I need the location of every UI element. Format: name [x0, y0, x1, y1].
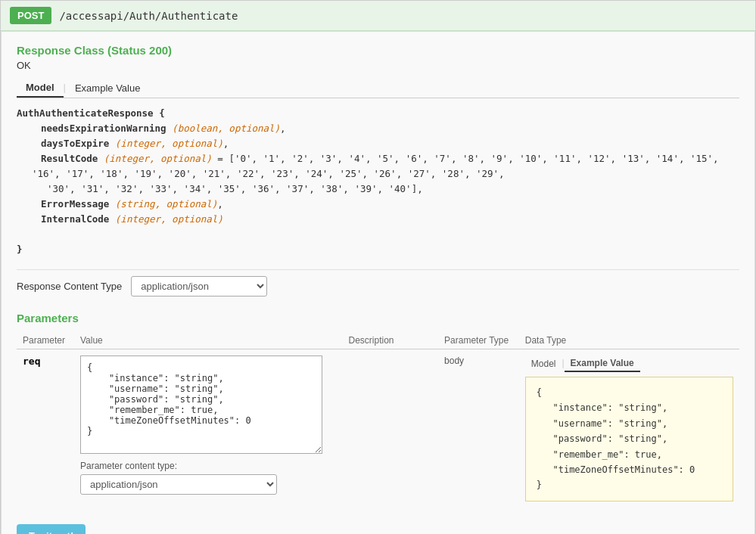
- schema-block: AuthAuthenticateResponse { needsExpirati…: [17, 106, 739, 257]
- response-content-label: Response Content Type: [17, 281, 122, 292]
- col-data-type: Data Type: [519, 332, 739, 349]
- method-badge: POST: [10, 7, 51, 24]
- parameters-section: Parameters Parameter Value Description P…: [17, 312, 739, 534]
- tab-example-value[interactable]: Example Value: [66, 79, 149, 98]
- parameters-table: Parameter Value Description Parameter Ty…: [17, 332, 739, 508]
- main-container: POST /accessapi/Auth/Authenticate Respon…: [0, 0, 756, 534]
- response-class-section: Response Class (Status 200) OK Model | E…: [17, 44, 739, 257]
- response-content-type-select[interactable]: application/json: [131, 276, 267, 296]
- col-parameter: Parameter: [17, 332, 74, 349]
- col-param-type: Parameter Type: [438, 332, 519, 349]
- try-it-out-button[interactable]: Try it out!: [17, 524, 86, 534]
- param-content-type-select[interactable]: application/json: [80, 474, 277, 495]
- param-name: req: [23, 355, 40, 367]
- main-content: Response Class (Status 200) OK Model | E…: [1, 31, 755, 534]
- response-class-title: Response Class (Status 200): [17, 44, 739, 57]
- param-content-type-label: Parameter content type:: [80, 461, 336, 471]
- param-name-cell: req: [17, 349, 74, 508]
- example-value-box: { "instance": "string", "username": "str…: [525, 377, 733, 501]
- param-body-textarea[interactable]: { "instance": "string", "username": "str…: [80, 355, 322, 454]
- table-row: req { "instance": "string", "username": …: [17, 349, 739, 508]
- response-content-type-section: Response Content Type application/json: [17, 269, 739, 296]
- param-description-cell: [342, 349, 438, 508]
- field-resultCode-cont: '30', '31', '32', '33', '34', '35', '36'…: [47, 182, 739, 197]
- close-brace: }: [17, 244, 23, 255]
- data-type-cell: Model | Example Value { "instance": "str…: [519, 349, 739, 508]
- field-needsExpiration: needsExpirationWarning (boolean, optiona…: [32, 121, 739, 136]
- tab-model[interactable]: Model: [17, 79, 64, 98]
- parameters-title: Parameters: [17, 312, 739, 324]
- field-resultCode: ResultCode (integer, optional) = ['0', '…: [32, 151, 739, 182]
- field-errorMessage: ErrorMessage (string, optional),: [32, 197, 739, 212]
- class-name: AuthAuthenticateResponse {: [17, 107, 165, 119]
- data-type-tabs: Model | Example Value: [525, 355, 733, 372]
- col-description: Description: [342, 332, 438, 349]
- col-value: Value: [74, 332, 342, 349]
- param-type-cell: body: [438, 349, 519, 508]
- field-daysToExpire: daysToExpire (integer, optional),: [32, 136, 739, 151]
- response-tabs: Model | Example Value: [17, 79, 739, 98]
- param-value-cell: { "instance": "string", "username": "str…: [74, 349, 342, 508]
- data-type-tab-model[interactable]: Model: [525, 355, 562, 372]
- param-type-value: body: [444, 355, 464, 366]
- top-bar: POST /accessapi/Auth/Authenticate: [1, 1, 755, 31]
- status-ok: OK: [17, 60, 739, 71]
- field-internalCode: InternalCode (integer, optional): [32, 212, 739, 227]
- endpoint-text: /accessapi/Auth/Authenticate: [59, 10, 238, 22]
- data-type-tab-example[interactable]: Example Value: [565, 355, 640, 372]
